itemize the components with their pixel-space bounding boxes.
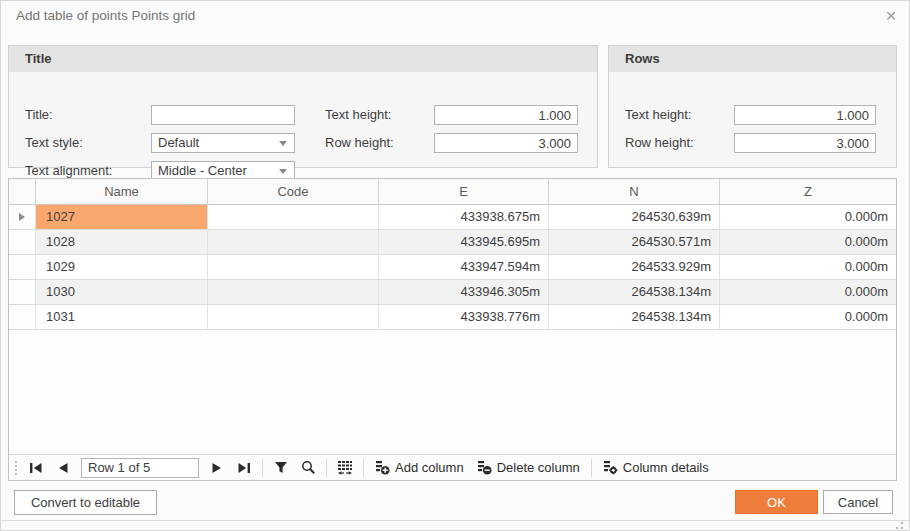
ok-button[interactable]: OK	[735, 490, 818, 514]
title-label: Title:	[25, 105, 53, 125]
resize-grip[interactable]	[894, 522, 904, 530]
points-grid: Name Code E N Z 1027 433938.675m 264530.…	[8, 178, 897, 481]
text-alignment-value: Middle - Center	[158, 163, 247, 178]
grid-toolbar: Add column Delete column	[9, 454, 896, 480]
title-group-header: Title	[9, 46, 597, 72]
last-row-icon	[237, 462, 251, 474]
search-button[interactable]	[299, 459, 317, 477]
row-indicator-input[interactable]	[81, 458, 199, 478]
text-style-dropdown[interactable]: Default	[151, 133, 295, 153]
row-selector-cell[interactable]	[9, 305, 36, 330]
cell-e[interactable]: 433946.305m	[379, 280, 549, 305]
table-row: 1029 433947.594m 264533.929m 0.000m	[9, 255, 896, 280]
cell-n[interactable]: 264530.571m	[549, 230, 720, 255]
current-row-arrow-icon	[19, 213, 25, 221]
cell-z[interactable]: 0.000m	[720, 205, 896, 230]
add-table-of-points-dialog: { "dialog": { "title": "Add table of poi…	[0, 0, 910, 531]
cell-n[interactable]: 264533.929m	[549, 255, 720, 280]
grid-empty-area	[9, 330, 896, 454]
cell-code[interactable]	[208, 255, 379, 280]
cell-z[interactable]: 0.000m	[720, 280, 896, 305]
cell-e[interactable]: 433938.675m	[379, 205, 549, 230]
cell-z[interactable]: 0.000m	[720, 255, 896, 280]
column-header-code[interactable]: Code	[208, 179, 379, 205]
close-icon[interactable]: ×	[879, 4, 903, 28]
cell-code[interactable]	[208, 305, 379, 330]
cell-z[interactable]: 0.000m	[720, 230, 896, 255]
column-details-button[interactable]: Column details	[601, 460, 711, 475]
delete-column-label: Delete column	[497, 460, 580, 475]
first-row-button[interactable]	[27, 459, 45, 477]
first-row-icon	[29, 462, 43, 474]
cell-code[interactable]	[208, 280, 379, 305]
toolbar-separator	[262, 459, 263, 477]
cell-n[interactable]: 264538.134m	[549, 305, 720, 330]
chevron-down-icon	[279, 169, 287, 174]
convert-to-editable-button[interactable]: Convert to editable	[14, 490, 157, 515]
footer-divider	[0, 520, 910, 521]
toolbar-grip-handle[interactable]	[15, 461, 17, 475]
cell-name[interactable]: 1029	[36, 255, 208, 280]
best-fit-columns-icon	[337, 460, 353, 475]
cell-e[interactable]: 433945.695m	[379, 230, 549, 255]
delete-column-icon	[477, 460, 492, 475]
rows-group: Rows Text height: Row height:	[608, 45, 897, 168]
rows-text-height-label: Text height:	[625, 105, 692, 125]
column-header-e[interactable]: E	[379, 179, 549, 205]
cell-n[interactable]: 264538.134m	[549, 280, 720, 305]
cell-z[interactable]: 0.000m	[720, 305, 896, 330]
row-selector-cell[interactable]	[9, 205, 36, 230]
last-row-button[interactable]	[235, 459, 253, 477]
cell-name[interactable]: 1031	[36, 305, 208, 330]
title-text-height-label: Text height:	[325, 105, 392, 125]
grid-header-row: Name Code E N Z	[9, 179, 896, 205]
rows-group-header: Rows	[609, 46, 896, 72]
column-header-z[interactable]: Z	[720, 179, 896, 205]
row-selector-cell[interactable]	[9, 255, 36, 280]
column-header-n[interactable]: N	[549, 179, 720, 205]
row-selector-header	[9, 179, 36, 205]
text-style-value: Default	[158, 135, 199, 150]
cell-name[interactable]: 1027	[36, 205, 208, 230]
title-group: Title Title: Text style: Default Text al…	[8, 45, 598, 168]
previous-row-button[interactable]	[54, 459, 72, 477]
search-icon	[301, 460, 316, 475]
table-row: 1031 433938.776m 264538.134m 0.000m	[9, 305, 896, 330]
cell-code[interactable]	[208, 205, 379, 230]
next-row-icon	[211, 462, 223, 474]
column-header-name[interactable]: Name	[36, 179, 208, 205]
best-fit-columns-button[interactable]	[336, 459, 354, 477]
cell-e[interactable]: 433938.776m	[379, 305, 549, 330]
title-input[interactable]	[151, 105, 295, 125]
cell-n[interactable]: 264530.639m	[549, 205, 720, 230]
chevron-down-icon	[279, 141, 287, 146]
dialog-title: Add table of points Points grid	[16, 8, 195, 23]
toolbar-separator	[326, 459, 327, 477]
add-column-label: Add column	[395, 460, 464, 475]
previous-row-icon	[57, 462, 69, 474]
row-selector-cell[interactable]	[9, 230, 36, 255]
cell-e[interactable]: 433947.594m	[379, 255, 549, 280]
cell-name[interactable]: 1030	[36, 280, 208, 305]
title-row-height-input[interactable]	[434, 133, 578, 153]
table-row: 1028 433945.695m 264530.571m 0.000m	[9, 230, 896, 255]
add-column-button[interactable]: Add column	[373, 460, 466, 475]
filter-button[interactable]	[272, 459, 290, 477]
rows-row-height-label: Row height:	[625, 133, 694, 153]
add-column-icon	[375, 460, 390, 475]
cancel-button[interactable]: Cancel	[823, 490, 893, 514]
cell-name[interactable]: 1028	[36, 230, 208, 255]
rows-text-height-input[interactable]	[734, 105, 876, 125]
delete-column-button[interactable]: Delete column	[475, 460, 582, 475]
toolbar-separator	[363, 459, 364, 477]
row-selector-cell[interactable]	[9, 280, 36, 305]
rows-row-height-input[interactable]	[734, 133, 876, 153]
cell-code[interactable]	[208, 230, 379, 255]
column-details-label: Column details	[623, 460, 709, 475]
column-details-icon	[603, 460, 618, 475]
table-row: 1030 433946.305m 264538.134m 0.000m	[9, 280, 896, 305]
toolbar-separator	[591, 459, 592, 477]
filter-icon	[274, 461, 288, 474]
next-row-button[interactable]	[208, 459, 226, 477]
title-text-height-input[interactable]	[434, 105, 578, 125]
